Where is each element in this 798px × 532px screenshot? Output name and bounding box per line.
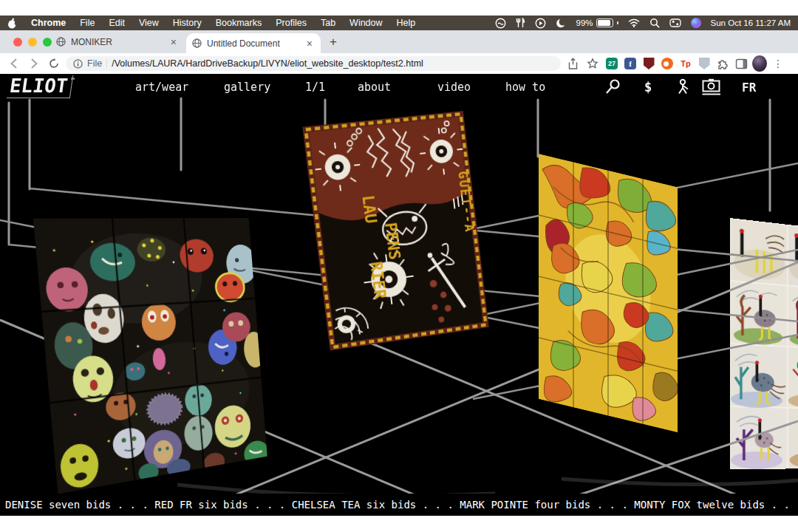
menu-bar-clock[interactable]: Sun Oct 16 11:27 AM xyxy=(711,18,791,27)
url-divider xyxy=(106,59,107,68)
menu-help[interactable]: Help xyxy=(397,18,416,28)
adobe-cc-icon[interactable] xyxy=(495,18,506,29)
globe-favicon xyxy=(56,37,66,47)
url-text: /Volumes/LAURA/HardDriveBackup/LIVYN/eli… xyxy=(112,58,423,69)
tab-strip: MONIKER × Untitled Document × + xyxy=(0,30,798,53)
currency-icon[interactable]: $ xyxy=(644,80,652,95)
back-button[interactable] xyxy=(6,55,22,72)
extension-ublock-shield-icon[interactable] xyxy=(641,56,656,71)
menu-file[interactable]: File xyxy=(80,18,95,28)
play-circle-icon[interactable] xyxy=(535,18,546,29)
tab-moniker[interactable]: MONIKER × xyxy=(50,30,185,53)
battery-icon xyxy=(596,18,613,27)
swirls-image xyxy=(539,154,678,432)
apple-menu-icon[interactable] xyxy=(7,18,17,29)
extension-facebook[interactable]: f xyxy=(623,56,638,71)
extension-orange-icon[interactable] xyxy=(660,56,675,71)
spotlight-icon[interactable] xyxy=(649,18,660,28)
close-window-button[interactable] xyxy=(13,38,22,47)
bookmark-star-icon[interactable] xyxy=(584,55,601,72)
battery-indicator[interactable]: 99% xyxy=(576,18,618,27)
menu-chrome[interactable]: Chrome xyxy=(31,18,66,28)
menu-edit[interactable]: Edit xyxy=(109,18,125,28)
tab-title: Untitled Document xyxy=(207,38,304,49)
faces-image xyxy=(33,218,267,494)
extension-trustpilot[interactable]: Tp xyxy=(678,56,693,71)
utensils-icon[interactable] xyxy=(516,18,525,28)
nav-about[interactable]: about xyxy=(358,81,391,94)
bids-ticker: DENISE seven bids . . . RED FR six bids … xyxy=(0,494,798,516)
profile-avatar[interactable] xyxy=(752,56,767,71)
info-icon[interactable] xyxy=(73,59,83,69)
globe-favicon xyxy=(192,38,202,48)
new-tab-button[interactable]: + xyxy=(325,34,341,50)
reload-button[interactable] xyxy=(46,55,62,72)
nav-video[interactable]: video xyxy=(437,81,471,94)
battery-percent: 99% xyxy=(576,18,593,27)
menu-history[interactable]: History xyxy=(173,18,202,28)
search-icon[interactable] xyxy=(604,78,621,98)
extension-calendar-27[interactable]: 27 xyxy=(604,56,619,71)
url-scheme-label: File xyxy=(87,58,102,69)
artwork-birds-and-trees[interactable] xyxy=(730,218,798,469)
moon-focus-icon[interactable] xyxy=(556,18,567,29)
nav-how-to[interactable]: how to xyxy=(505,81,545,94)
nav-art-wear[interactable]: art/wear xyxy=(135,81,188,94)
tab-close-icon[interactable]: × xyxy=(304,38,315,50)
tab-title: MONIKER xyxy=(71,37,168,47)
language-toggle[interactable]: FR xyxy=(742,81,756,95)
macos-menu-bar: Chrome File Edit View History Bookmarks … xyxy=(0,16,798,30)
control-center-icon[interactable] xyxy=(669,18,681,27)
site-nav: ELIOT ™ art/wear gallery 1/1 about video… xyxy=(0,74,798,102)
tab-untitled-document[interactable]: Untitled Document × xyxy=(186,33,321,53)
minimize-window-button[interactable] xyxy=(28,38,37,47)
nav-1-of-1[interactable]: 1/1 xyxy=(305,81,325,94)
artwork-faces-painting[interactable] xyxy=(33,218,267,494)
woodcut-image: GUET--A LAU PENS RIER xyxy=(302,111,489,351)
svg-text:LAU: LAU xyxy=(358,194,380,225)
nav-gallery[interactable]: gallery xyxy=(224,81,270,94)
tab-close-icon[interactable]: × xyxy=(168,36,179,48)
address-bar[interactable]: File /Volumes/LAURA/HardDriveBackup/LIVY… xyxy=(66,56,561,71)
menu-window[interactable]: Window xyxy=(349,18,382,28)
wifi-icon[interactable] xyxy=(628,18,640,27)
extension-gray-shield-icon[interactable] xyxy=(697,56,712,71)
extensions-puzzle-icon[interactable] xyxy=(715,56,730,71)
birds-trees-image xyxy=(730,218,798,469)
eliot-logo[interactable]: ELIOT xyxy=(7,75,74,98)
siri-icon[interactable] xyxy=(691,18,701,28)
menu-view[interactable]: View xyxy=(139,18,159,28)
menu-tab[interactable]: Tab xyxy=(321,18,335,28)
account-person-icon[interactable] xyxy=(677,78,694,98)
menu-bookmarks[interactable]: Bookmarks xyxy=(216,18,262,28)
menu-profiles[interactable]: Profiles xyxy=(276,18,307,28)
web-page: ELIOT ™ art/wear gallery 1/1 about video… xyxy=(0,74,798,516)
share-icon[interactable] xyxy=(565,55,581,72)
trademark-symbol: ™ xyxy=(71,77,75,84)
browser-toolbar: File /Volumes/LAURA/HardDriveBackup/LIVY… xyxy=(0,53,798,74)
camera-icon[interactable] xyxy=(702,78,722,99)
artwork-woodcut-banner[interactable]: GUET--A LAU PENS RIER xyxy=(302,111,489,351)
window-controls xyxy=(13,38,52,47)
mac-screen: Chrome File Edit View History Bookmarks … xyxy=(0,16,798,516)
side-panel-icon[interactable] xyxy=(734,56,748,71)
artwork-psychedelic-swirls[interactable] xyxy=(539,154,678,432)
forward-button[interactable] xyxy=(26,55,42,72)
chrome-menu-icon[interactable]: ⋮ xyxy=(771,56,785,71)
